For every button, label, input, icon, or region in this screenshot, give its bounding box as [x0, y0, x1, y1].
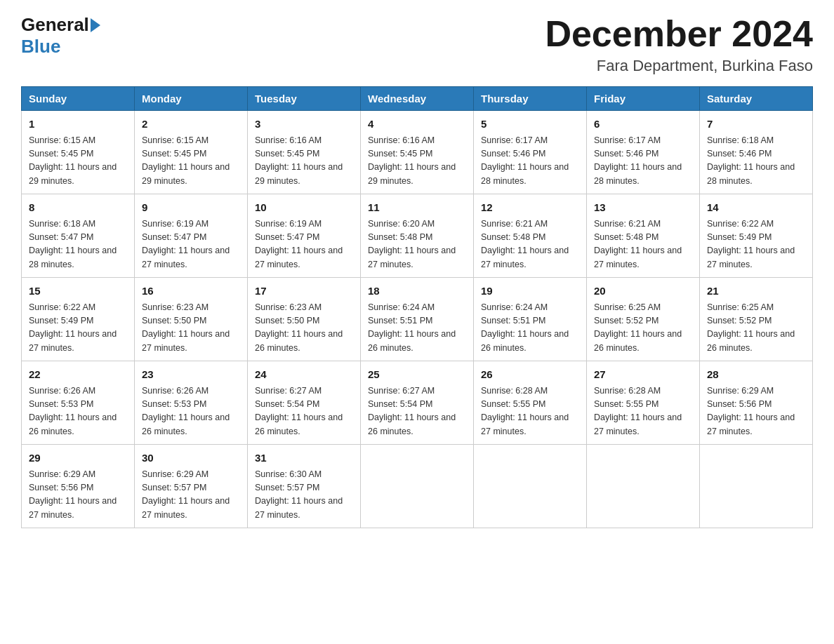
calendar-cell: 5Sunrise: 6:17 AMSunset: 5:46 PMDaylight… — [474, 111, 587, 194]
calendar-cell: 3Sunrise: 6:16 AMSunset: 5:45 PMDaylight… — [248, 111, 361, 194]
calendar-cell — [361, 445, 474, 528]
calendar-cell: 13Sunrise: 6:21 AMSunset: 5:48 PMDayligh… — [587, 194, 700, 278]
day-number: 12 — [481, 200, 579, 216]
day-info: Sunrise: 6:15 AMSunset: 5:45 PMDaylight:… — [29, 134, 127, 189]
calendar-cell: 24Sunrise: 6:27 AMSunset: 5:54 PMDayligh… — [248, 361, 361, 445]
day-info: Sunrise: 6:23 AMSunset: 5:50 PMDaylight:… — [142, 301, 240, 356]
day-number: 8 — [29, 200, 127, 216]
day-number: 2 — [142, 116, 240, 133]
calendar-cell: 26Sunrise: 6:28 AMSunset: 5:55 PMDayligh… — [474, 361, 587, 445]
day-info: Sunrise: 6:27 AMSunset: 5:54 PMDaylight:… — [255, 384, 353, 439]
header-friday: Friday — [587, 87, 700, 111]
day-info: Sunrise: 6:20 AMSunset: 5:48 PMDaylight:… — [368, 217, 466, 272]
day-number: 10 — [255, 200, 353, 216]
day-number: 14 — [707, 200, 805, 216]
day-info: Sunrise: 6:19 AMSunset: 5:47 PMDaylight:… — [142, 217, 240, 272]
calendar-cell: 29Sunrise: 6:29 AMSunset: 5:56 PMDayligh… — [22, 445, 135, 528]
day-number: 29 — [29, 450, 127, 467]
day-number: 9 — [142, 200, 240, 216]
day-number: 17 — [255, 283, 353, 300]
calendar-cell: 17Sunrise: 6:23 AMSunset: 5:50 PMDayligh… — [248, 278, 361, 361]
calendar-cell: 15Sunrise: 6:22 AMSunset: 5:49 PMDayligh… — [22, 278, 135, 361]
calendar-cell: 2Sunrise: 6:15 AMSunset: 5:45 PMDaylight… — [135, 111, 248, 194]
logo-text: General — [21, 14, 102, 36]
calendar-cell: 22Sunrise: 6:26 AMSunset: 5:53 PMDayligh… — [22, 361, 135, 445]
day-info: Sunrise: 6:27 AMSunset: 5:54 PMDaylight:… — [368, 384, 466, 439]
calendar-cell: 19Sunrise: 6:24 AMSunset: 5:51 PMDayligh… — [474, 278, 587, 361]
calendar-cell: 11Sunrise: 6:20 AMSunset: 5:48 PMDayligh… — [361, 194, 474, 278]
day-info: Sunrise: 6:29 AMSunset: 5:56 PMDaylight:… — [707, 384, 805, 439]
calendar-cell: 21Sunrise: 6:25 AMSunset: 5:52 PMDayligh… — [700, 278, 813, 361]
day-number: 3 — [255, 116, 353, 133]
calendar-cell: 4Sunrise: 6:16 AMSunset: 5:45 PMDaylight… — [361, 111, 474, 194]
page-header: General Blue December 2024 Fara Departme… — [21, 14, 813, 75]
day-number: 24 — [255, 367, 353, 383]
header-monday: Monday — [135, 87, 248, 111]
day-info: Sunrise: 6:18 AMSunset: 5:47 PMDaylight:… — [29, 217, 127, 272]
day-info: Sunrise: 6:29 AMSunset: 5:56 PMDaylight:… — [29, 468, 127, 523]
calendar-cell — [474, 445, 587, 528]
month-title: December 2024 — [545, 14, 813, 54]
calendar-cell: 28Sunrise: 6:29 AMSunset: 5:56 PMDayligh… — [700, 361, 813, 445]
day-number: 21 — [707, 283, 805, 300]
day-info: Sunrise: 6:22 AMSunset: 5:49 PMDaylight:… — [29, 301, 127, 356]
calendar-cell: 23Sunrise: 6:26 AMSunset: 5:53 PMDayligh… — [135, 361, 248, 445]
day-info: Sunrise: 6:16 AMSunset: 5:45 PMDaylight:… — [255, 134, 353, 189]
calendar-cell — [700, 445, 813, 528]
week-row-2: 8Sunrise: 6:18 AMSunset: 5:47 PMDaylight… — [22, 194, 813, 278]
day-number: 19 — [481, 283, 579, 300]
day-number: 7 — [707, 116, 805, 133]
day-number: 16 — [142, 283, 240, 300]
day-info: Sunrise: 6:30 AMSunset: 5:57 PMDaylight:… — [255, 468, 353, 523]
day-number: 15 — [29, 283, 127, 300]
week-row-3: 15Sunrise: 6:22 AMSunset: 5:49 PMDayligh… — [22, 278, 813, 361]
day-info: Sunrise: 6:23 AMSunset: 5:50 PMDaylight:… — [255, 301, 353, 356]
calendar-cell: 10Sunrise: 6:19 AMSunset: 5:47 PMDayligh… — [248, 194, 361, 278]
header-row: SundayMondayTuesdayWednesdayThursdayFrid… — [22, 87, 813, 111]
day-number: 31 — [255, 450, 353, 467]
calendar-cell: 7Sunrise: 6:18 AMSunset: 5:46 PMDaylight… — [700, 111, 813, 194]
logo-general: General — [21, 14, 89, 36]
calendar-cell — [587, 445, 700, 528]
day-number: 25 — [368, 367, 466, 383]
day-info: Sunrise: 6:21 AMSunset: 5:48 PMDaylight:… — [481, 217, 579, 272]
day-number: 28 — [707, 367, 805, 383]
calendar-cell: 18Sunrise: 6:24 AMSunset: 5:51 PMDayligh… — [361, 278, 474, 361]
week-row-4: 22Sunrise: 6:26 AMSunset: 5:53 PMDayligh… — [22, 361, 813, 445]
day-info: Sunrise: 6:15 AMSunset: 5:45 PMDaylight:… — [142, 134, 240, 189]
calendar-cell: 1Sunrise: 6:15 AMSunset: 5:45 PMDaylight… — [22, 111, 135, 194]
week-row-1: 1Sunrise: 6:15 AMSunset: 5:45 PMDaylight… — [22, 111, 813, 194]
header-sunday: Sunday — [22, 87, 135, 111]
day-info: Sunrise: 6:29 AMSunset: 5:57 PMDaylight:… — [142, 468, 240, 523]
day-info: Sunrise: 6:16 AMSunset: 5:45 PMDaylight:… — [368, 134, 466, 189]
day-info: Sunrise: 6:28 AMSunset: 5:55 PMDaylight:… — [594, 384, 692, 439]
day-info: Sunrise: 6:26 AMSunset: 5:53 PMDaylight:… — [29, 384, 127, 439]
calendar-cell: 27Sunrise: 6:28 AMSunset: 5:55 PMDayligh… — [587, 361, 700, 445]
day-number: 4 — [368, 116, 466, 133]
day-info: Sunrise: 6:25 AMSunset: 5:52 PMDaylight:… — [594, 301, 692, 356]
logo: General Blue — [21, 14, 102, 58]
day-info: Sunrise: 6:28 AMSunset: 5:55 PMDaylight:… — [481, 384, 579, 439]
logo-blue: Blue — [21, 36, 60, 58]
day-info: Sunrise: 6:21 AMSunset: 5:48 PMDaylight:… — [594, 217, 692, 272]
title-section: December 2024 Fara Department, Burkina F… — [545, 14, 813, 75]
calendar-cell: 9Sunrise: 6:19 AMSunset: 5:47 PMDaylight… — [135, 194, 248, 278]
calendar-cell: 12Sunrise: 6:21 AMSunset: 5:48 PMDayligh… — [474, 194, 587, 278]
day-number: 26 — [481, 367, 579, 383]
calendar-cell: 30Sunrise: 6:29 AMSunset: 5:57 PMDayligh… — [135, 445, 248, 528]
day-info: Sunrise: 6:24 AMSunset: 5:51 PMDaylight:… — [481, 301, 579, 356]
calendar-cell: 8Sunrise: 6:18 AMSunset: 5:47 PMDaylight… — [22, 194, 135, 278]
day-info: Sunrise: 6:25 AMSunset: 5:52 PMDaylight:… — [707, 301, 805, 356]
calendar-cell: 14Sunrise: 6:22 AMSunset: 5:49 PMDayligh… — [700, 194, 813, 278]
day-info: Sunrise: 6:17 AMSunset: 5:46 PMDaylight:… — [481, 134, 579, 189]
header-tuesday: Tuesday — [248, 87, 361, 111]
day-info: Sunrise: 6:24 AMSunset: 5:51 PMDaylight:… — [368, 301, 466, 356]
day-number: 1 — [29, 116, 127, 133]
logo-arrow-icon — [91, 18, 100, 32]
calendar-cell: 31Sunrise: 6:30 AMSunset: 5:57 PMDayligh… — [248, 445, 361, 528]
day-number: 6 — [594, 116, 692, 133]
day-info: Sunrise: 6:22 AMSunset: 5:49 PMDaylight:… — [707, 217, 805, 272]
calendar-cell: 25Sunrise: 6:27 AMSunset: 5:54 PMDayligh… — [361, 361, 474, 445]
week-row-5: 29Sunrise: 6:29 AMSunset: 5:56 PMDayligh… — [22, 445, 813, 528]
location-title: Fara Department, Burkina Faso — [545, 57, 813, 75]
